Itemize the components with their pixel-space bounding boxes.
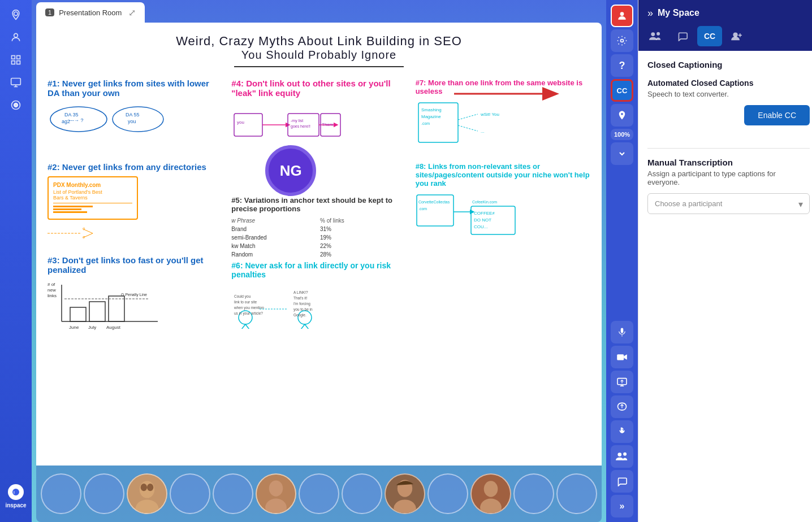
myth-1-section: #1: Never get links from sites with lowe… [47,79,222,149]
svg-point-97 [617,453,621,456]
myth-2-section: #2: Never get links from any directories… [47,162,222,258]
svg-point-81 [269,480,283,496]
svg-text:June: June [69,325,79,330]
sidebar-record-icon[interactable] [6,95,26,115]
myth-3-section: #3: Don't get links too fast or you'll g… [47,255,222,331]
tab-chat[interactable] [670,26,695,46]
title-line2: You Should Probably Ignore [47,49,590,62]
svg-text:...: ... [481,129,485,134]
hand-raise-icon-button[interactable] [611,420,633,443]
cc-icon-button[interactable]: CC [611,79,633,102]
participant-9[interactable] [385,473,425,514]
participant-13[interactable] [556,473,597,514]
expand-right-icon-button[interactable]: » [611,495,633,517]
svg-point-78 [141,484,147,491]
svg-text:That's it!: That's it! [293,296,308,300]
svg-text:DA 55: DA 55 [126,112,140,118]
profile-icon-button[interactable] [611,5,633,27]
enable-cc-button[interactable]: Enable CC [744,105,810,125]
svg-point-90 [621,40,624,42]
svg-text:CofeeKin.com: CofeeKin.com [472,200,497,204]
settings-icon-button[interactable] [611,29,633,52]
tab-title: Presentation Room [59,8,122,17]
screen-share-icon-button[interactable] [611,371,633,393]
participant-select[interactable]: Choose a participant [647,193,810,214]
svg-point-98 [623,453,627,456]
svg-text:you to be in: you to be in [293,307,313,312]
svg-rect-4 [12,61,15,64]
help-icon-button[interactable]: ? [611,54,633,77]
main-area: 1 Presentation Room ⤢ Weird, Crazy Myths… [32,0,606,522]
svg-text:.com: .com [421,121,430,125]
svg-rect-2 [12,56,15,59]
participant-5[interactable] [213,473,253,514]
sidebar-monitor-icon[interactable] [6,72,26,93]
svg-rect-53 [109,296,124,321]
participant-strip [36,466,602,522]
zoom-display: 100% [611,129,633,140]
svg-text:Could you: Could you [234,294,251,299]
svg-rect-20 [234,114,262,136]
participant-8[interactable] [342,473,382,514]
svg-text:i: i [14,490,15,494]
svg-text:August: August [106,325,121,330]
participant-12[interactable] [513,473,554,514]
participant-4[interactable] [170,473,210,514]
svg-rect-52 [89,302,105,321]
tab-people[interactable] [643,26,668,46]
svg-rect-5 [17,61,20,64]
tab-add-participant[interactable] [724,26,749,46]
svg-point-99 [651,32,655,36]
tab-close-icon[interactable]: ⤢ [128,7,136,18]
camera-icon-button[interactable] [611,346,633,368]
participant-10[interactable] [427,473,468,514]
sidebar-person-icon[interactable] [6,27,26,47]
myth-4-section: #4: Don't link out to other sites or you… [231,79,406,149]
svg-line-60 [240,324,245,329]
people-icon-button[interactable] [611,445,633,468]
my-space-title: My Space [658,8,699,18]
chat-icon-button[interactable] [611,470,633,493]
myth-5-section: NG #5: Variations in anchor text should … [231,162,406,258]
closed-captioning-title: Closed Captioning [647,60,810,69]
myth-7-section: #7: More than one link from the same web… [416,79,590,149]
automated-cc-title: Automated Closed Captions [647,79,810,88]
collapse-panel-icon[interactable]: » [647,7,653,19]
svg-text:---→ ?: ---→ ? [69,118,84,123]
svg-rect-93 [617,354,624,360]
participant-7[interactable] [299,473,339,514]
location-icon-button[interactable] [611,104,633,127]
microphone-icon-button[interactable] [611,321,633,343]
svg-text:you: you [128,119,136,124]
panel-content-area: Closed Captioning Automated Closed Capti… [638,51,812,522]
svg-point-100 [656,32,660,36]
svg-point-89 [620,12,624,16]
svg-text:Smashing: Smashing [421,107,442,112]
svg-rect-6 [11,79,21,85]
svg-text:July: July [88,325,96,330]
presentation-room-tab[interactable]: 1 Presentation Room ⤢ [36,2,145,23]
participant-2[interactable] [84,473,124,514]
participant-11[interactable] [470,473,511,514]
tab-cc-active[interactable]: CC [697,26,722,46]
participant-6[interactable] [256,473,296,514]
my-space-header: » My Space [638,0,812,26]
svg-text:Them: Them [322,122,334,127]
svg-text:COFFEE≠: COFFEE≠ [474,211,495,216]
my-space-panel: » My Space CC Closed Capt [638,0,812,522]
svg-text:DO NOT: DO NOT [474,218,491,223]
tab-bar: 1 Presentation Room ⤢ [32,0,606,23]
zoom-value: 100% [614,131,630,138]
sidebar-location-icon[interactable] [6,5,26,25]
svg-text:-my list: -my list [291,119,303,123]
zoom-chevron-down[interactable] [611,142,633,165]
svg-text:Magazine: Magazine [421,114,441,119]
svg-point-17 [113,107,163,132]
participant-1[interactable] [41,473,81,514]
participant-3[interactable] [127,473,167,514]
sidebar-grid-icon[interactable] [6,50,26,70]
svg-point-79 [147,484,153,491]
logo-text: inspace [5,502,26,508]
svg-point-10 [14,103,18,107]
broadcast-icon-button[interactable] [611,395,633,418]
